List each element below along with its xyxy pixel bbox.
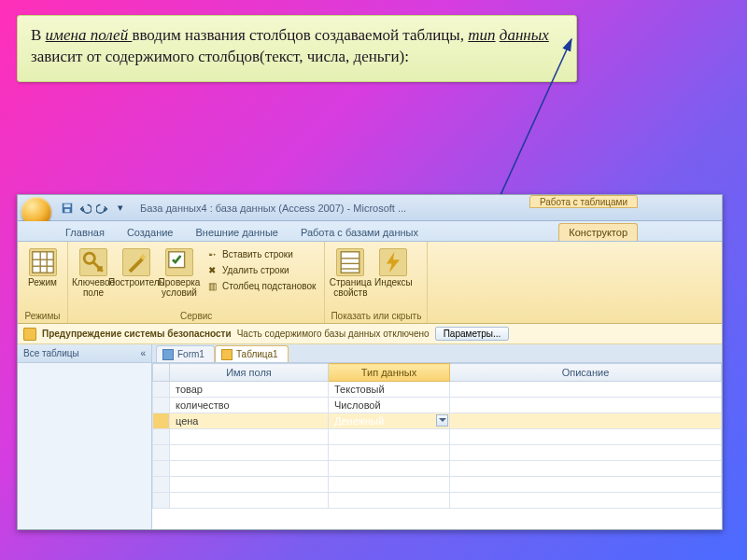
cell-description[interactable]	[450, 382, 722, 398]
instruction-em2: тип	[468, 26, 495, 44]
row-selector-header	[153, 364, 170, 382]
check-grid-icon	[165, 248, 193, 276]
group-label-service: Сервис	[74, 310, 318, 323]
cell-data-type-value: Денежный	[334, 415, 384, 427]
ribbon-tab-strip: Главная Создание Внешние данные Работа с…	[18, 221, 722, 242]
cell-field-name[interactable]: количество	[170, 398, 329, 413]
table-row[interactable]	[153, 477, 722, 493]
delete-row-icon: ✖	[205, 263, 218, 276]
shield-icon	[23, 328, 36, 341]
tab-home[interactable]: Главная	[55, 223, 115, 241]
tab-design[interactable]: Конструктор	[558, 223, 638, 241]
document-area: Все таблицы « Form1 Таблица1	[18, 344, 722, 529]
insert-rows-button[interactable]: ➵Вставить строки	[203, 246, 318, 261]
row-selector[interactable]	[153, 398, 170, 413]
col-header-data-type[interactable]: Тип данных	[329, 364, 450, 382]
validation-label: Проверка условий	[159, 278, 201, 298]
nav-pane-title: Все таблицы	[23, 348, 79, 358]
builder-label: Построитель	[108, 278, 164, 288]
row-selector[interactable]	[153, 477, 170, 493]
row-selector[interactable]	[153, 382, 170, 398]
property-sheet-label: Страница свойств	[330, 278, 372, 298]
cell-field-name[interactable]: цена	[170, 413, 329, 429]
cell-description[interactable]	[450, 413, 722, 429]
security-message: Часть содержимого базы данных отключено	[237, 329, 430, 339]
validation-button[interactable]: Проверка условий	[160, 246, 199, 298]
col-header-description[interactable]: Описание	[450, 364, 722, 382]
table-row[interactable]	[153, 445, 722, 461]
title-bar: ▾ База данных4 : база данных (Access 200…	[18, 195, 722, 221]
object-tab-table1-label: Таблица1	[236, 349, 278, 359]
object-tab-form1[interactable]: Form1	[156, 345, 215, 362]
nav-pane-header[interactable]: Все таблицы «	[18, 344, 151, 363]
save-icon[interactable]	[61, 202, 74, 215]
redo-icon[interactable]	[96, 202, 109, 215]
instruction-mid: вводим названия столбцов создаваемой таб…	[132, 26, 468, 44]
table-row[interactable]	[153, 493, 722, 509]
cell-field-name[interactable]: товар	[170, 382, 329, 398]
ribbon-group-service: Ключевое поле Построитель Проверка услов…	[68, 242, 325, 323]
object-tab-form1-label: Form1	[177, 349, 204, 359]
group-label-modes: Режимы	[23, 310, 62, 323]
ribbon: Режим Режимы Ключевое поле Построитель П…	[18, 242, 722, 324]
tab-create[interactable]: Создание	[117, 223, 184, 241]
data-type-dropdown-button[interactable]	[436, 414, 448, 427]
svg-rect-3	[64, 208, 69, 212]
cell-data-type-active[interactable]: Денежный	[329, 413, 450, 429]
key-icon	[79, 248, 107, 276]
lookup-column-button[interactable]: ▥Столбец подстановок	[203, 278, 318, 293]
nav-pane-body	[18, 363, 151, 529]
cell-description[interactable]	[450, 398, 722, 413]
instruction-em3: данных	[500, 26, 549, 44]
undo-icon[interactable]	[78, 202, 92, 215]
row-selector[interactable]	[153, 493, 170, 509]
table-row[interactable]: цена Денежный	[153, 413, 722, 429]
instruction-text: В	[31, 26, 46, 44]
security-options-button[interactable]: Параметры...	[435, 327, 510, 341]
delete-rows-button[interactable]: ✖Удалить строки	[203, 262, 318, 277]
property-sheet-button[interactable]: Страница свойств	[331, 246, 370, 298]
primary-key-button[interactable]: Ключевое поле	[74, 246, 113, 298]
view-button-label: Режим	[28, 278, 57, 288]
indexes-button[interactable]: Индексы	[374, 246, 413, 288]
access-window: ▾ База данных4 : база данных (Access 200…	[17, 194, 723, 530]
insert-row-icon: ➵	[205, 247, 218, 260]
row-selector[interactable]	[153, 429, 170, 445]
object-tab-table1[interactable]: Таблица1	[215, 345, 289, 362]
table-row[interactable]: количество Числовой	[153, 398, 722, 413]
indexes-label: Индексы	[374, 278, 413, 288]
table-row[interactable]: товар Текстовый	[153, 382, 722, 398]
row-selector[interactable]	[153, 461, 170, 477]
window-title: База данных4 : база данных (Access 2007)…	[140, 203, 406, 214]
row-selector[interactable]	[153, 413, 170, 429]
svg-point-9	[84, 253, 94, 263]
col-header-field-name[interactable]: Имя поля	[170, 364, 329, 382]
navigation-pane[interactable]: Все таблицы «	[18, 344, 152, 529]
group-label-showhide: Показать или скрыть	[331, 310, 421, 323]
builder-button[interactable]: Построитель	[117, 246, 156, 288]
table-icon	[221, 349, 233, 360]
instruction-post: зависит от содержимого столбцов(текст, ч…	[31, 48, 409, 65]
svg-rect-11	[342, 252, 360, 273]
table-row[interactable]	[153, 461, 722, 477]
tab-external-data[interactable]: Внешние данные	[186, 223, 289, 241]
svg-rect-2	[64, 203, 71, 207]
cell-data-type[interactable]: Числовой	[329, 398, 450, 413]
design-grid[interactable]: Имя поля Тип данных Описание товар Текст…	[152, 363, 722, 529]
qat-customize-icon[interactable]: ▾	[114, 202, 127, 215]
datasheet-icon	[29, 248, 57, 276]
cell-data-type[interactable]: Текстовый	[329, 382, 450, 398]
tab-db-tools[interactable]: Работа с базами данных	[290, 223, 429, 241]
table-row[interactable]	[153, 429, 722, 445]
contextual-tab-label: Работа с таблицами	[529, 195, 638, 208]
chevron-left-icon[interactable]: «	[140, 348, 146, 358]
form-icon	[162, 349, 174, 360]
object-tab-strip: Form1 Таблица1	[152, 344, 722, 363]
instruction-box: В имена полей вводим названия столбцов с…	[17, 15, 577, 82]
view-button[interactable]: Режим	[23, 246, 62, 288]
ribbon-group-modes: Режим Режимы	[18, 242, 68, 323]
security-title: Предупреждение системы безопасности	[42, 329, 232, 339]
main-pane: Form1 Таблица1 Имя поля Тип данных Описа…	[152, 344, 722, 529]
properties-icon	[336, 248, 364, 276]
row-selector[interactable]	[153, 445, 170, 461]
